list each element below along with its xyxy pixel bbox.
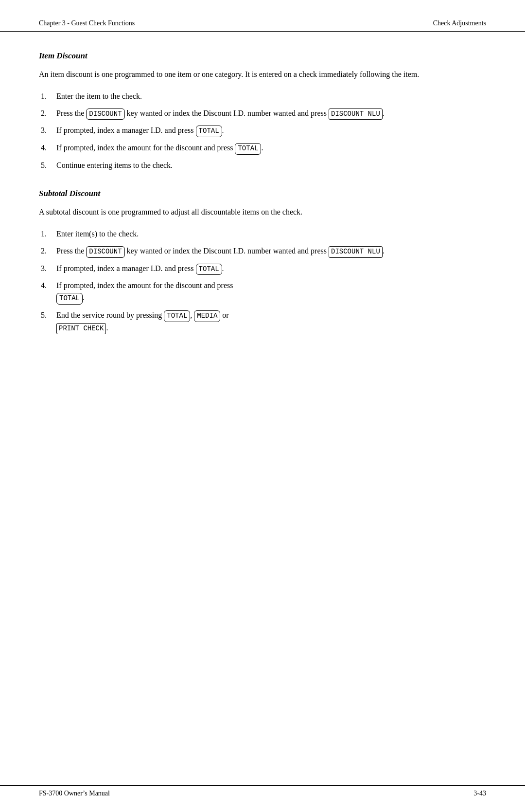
page-footer: FS-3700 Owner’s Manual 3-43 xyxy=(0,785,525,812)
discount-nlu-key: DISCOUNT NLU xyxy=(329,108,383,120)
list-number: 5. xyxy=(39,160,56,172)
list-content: Press the DISCOUNT key wanted or index t… xyxy=(56,108,486,120)
list-number: 4. xyxy=(39,280,56,292)
item-discount-list: 1. Enter the item to the check. 2. Press… xyxy=(39,90,486,172)
list-content: Enter item(s) to the check. xyxy=(56,228,486,240)
list-number: 1. xyxy=(39,90,56,103)
list-number: 4. xyxy=(39,142,56,154)
subtotal-discount-list: 1. Enter item(s) to the check. 2. Press … xyxy=(39,228,486,334)
list-content: Press the DISCOUNT key wanted or index t… xyxy=(56,245,486,258)
footer-page-number: 3-43 xyxy=(473,790,486,797)
list-item: 1. Enter item(s) to the check. xyxy=(39,228,486,240)
print-check-key: PRINT CHECK xyxy=(56,323,106,335)
list-number: 3. xyxy=(39,263,56,275)
list-content: If prompted, index a manager I.D. and pr… xyxy=(56,263,486,275)
item-discount-intro: An item discount is one programmed to on… xyxy=(39,69,486,81)
discount-key: DISCOUNT xyxy=(86,108,124,120)
list-content: If prompted, index the amount for the di… xyxy=(56,280,486,304)
list-item: 3. If prompted, index a manager I.D. and… xyxy=(39,125,486,137)
page-header: Chapter 3 - Guest Check Functions Check … xyxy=(0,0,525,32)
list-item: 1. Enter the item to the check. xyxy=(39,90,486,103)
media-key: MEDIA xyxy=(194,310,220,322)
discount-key: DISCOUNT xyxy=(86,246,124,258)
total-key: TOTAL xyxy=(196,126,222,137)
list-item: 5. Continue entering items to the check. xyxy=(39,160,486,172)
list-item: 2. Press the DISCOUNT key wanted or inde… xyxy=(39,245,486,258)
list-content: End the service round by pressing TOTAL,… xyxy=(56,309,486,334)
total-key: TOTAL xyxy=(56,293,83,305)
total-key: TOTAL xyxy=(196,264,222,275)
item-discount-section: Item Discount An item discount is one pr… xyxy=(39,51,486,171)
list-content: Enter the item to the check. xyxy=(56,90,486,103)
list-content: If prompted, index the amount for the di… xyxy=(56,142,486,155)
list-item: 2. Press the DISCOUNT key wanted or inde… xyxy=(39,108,486,120)
header-section: Check Adjustments xyxy=(433,19,486,27)
footer-manual-title: FS-3700 Owner’s Manual xyxy=(39,790,110,797)
list-item: 3. If prompted, index a manager I.D. and… xyxy=(39,263,486,275)
discount-nlu-key: DISCOUNT NLU xyxy=(329,246,383,258)
list-number: 3. xyxy=(39,125,56,137)
list-number: 1. xyxy=(39,228,56,240)
list-item: 4. If prompted, index the amount for the… xyxy=(39,142,486,155)
list-number: 5. xyxy=(39,309,56,322)
list-item: 5. End the service round by pressing TOT… xyxy=(39,309,486,334)
item-discount-heading: Item Discount xyxy=(39,51,486,61)
list-content: Continue entering items to the check. xyxy=(56,160,486,172)
subtotal-discount-heading: Subtotal Discount xyxy=(39,189,486,198)
list-item: 4. If prompted, index the amount for the… xyxy=(39,280,486,304)
total-key: TOTAL xyxy=(164,310,190,322)
main-content: Item Discount An item discount is one pr… xyxy=(0,32,525,391)
header-chapter: Chapter 3 - Guest Check Functions xyxy=(39,19,135,27)
list-content: If prompted, index a manager I.D. and pr… xyxy=(56,125,486,137)
page-container: Chapter 3 - Guest Check Functions Check … xyxy=(0,0,525,812)
total-key: TOTAL xyxy=(235,143,261,155)
list-number: 2. xyxy=(39,245,56,257)
subtotal-discount-section: Subtotal Discount A subtotal discount is… xyxy=(39,189,486,334)
subtotal-discount-intro: A subtotal discount is one programmed to… xyxy=(39,206,486,218)
list-number: 2. xyxy=(39,108,56,120)
